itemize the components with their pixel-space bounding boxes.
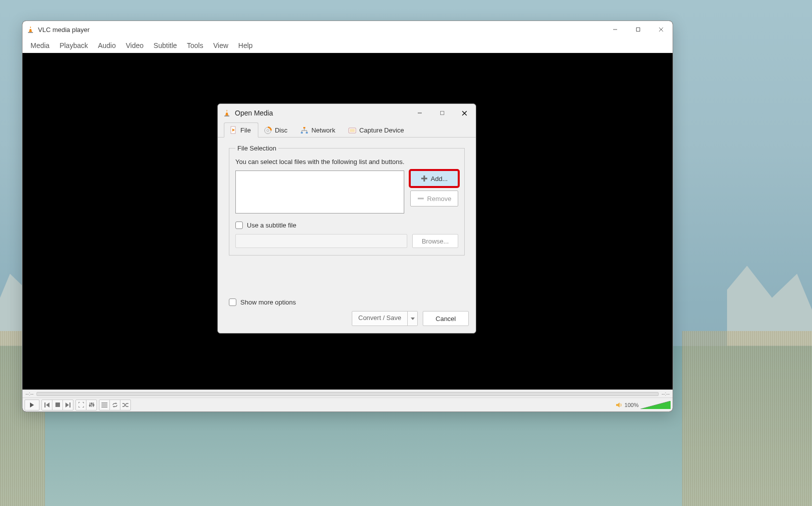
use-subtitle-label: Use a subtitle file xyxy=(247,222,296,229)
menu-media[interactable]: Media xyxy=(25,40,54,52)
speaker-icon xyxy=(616,402,623,408)
prev-button[interactable] xyxy=(41,400,52,410)
tab-disc[interactable]: Disc xyxy=(258,122,295,138)
svg-point-16 xyxy=(89,405,90,406)
menu-tools[interactable]: Tools xyxy=(182,40,208,52)
menu-playback[interactable]: Playback xyxy=(54,40,93,52)
dialog-tabs: File Disc Network Capture Device xyxy=(218,122,476,138)
playback-controls: 100% xyxy=(22,398,673,412)
svg-rect-1 xyxy=(29,28,31,29)
browse-button[interactable]: Browse... xyxy=(412,234,458,248)
dialog-close-button[interactable] xyxy=(453,104,476,122)
svg-rect-43 xyxy=(418,198,424,200)
menu-help[interactable]: Help xyxy=(233,40,258,52)
minus-icon xyxy=(417,195,424,202)
tab-capture-device[interactable]: Capture Device xyxy=(343,122,412,138)
subtitle-path-field xyxy=(235,234,407,248)
tab-file-label: File xyxy=(240,126,251,134)
svg-point-18 xyxy=(92,404,94,406)
dialog-titlebar[interactable]: Open Media xyxy=(218,104,476,122)
tab-capture-label: Capture Device xyxy=(359,126,404,134)
svg-marker-11 xyxy=(65,402,69,408)
menu-subtitle[interactable]: Subtitle xyxy=(148,40,182,52)
svg-marker-22 xyxy=(616,402,620,408)
remove-button-label: Remove xyxy=(427,195,451,202)
volume-value: 100% xyxy=(625,402,639,408)
vlc-cone-icon xyxy=(26,26,34,34)
use-subtitle-checkbox[interactable] xyxy=(235,222,243,229)
main-titlebar[interactable]: VLC media player xyxy=(22,21,673,38)
stop-button[interactable] xyxy=(52,400,63,410)
minimize-button[interactable] xyxy=(604,21,627,38)
seek-slider[interactable] xyxy=(36,392,659,396)
file-selection-help: You can select local files with the foll… xyxy=(235,158,458,166)
play-button[interactable] xyxy=(24,400,39,410)
volume-control[interactable]: 100% xyxy=(616,401,671,409)
capture-icon xyxy=(348,126,356,134)
seek-bar-row: --:-- --:-- xyxy=(22,390,673,398)
file-selection-legend: File Selection xyxy=(235,144,278,152)
ext-settings-button[interactable] xyxy=(86,400,97,410)
add-button-label: Add... xyxy=(431,175,448,182)
file-selection-group: File Selection You can select local file… xyxy=(229,144,465,256)
svg-rect-10 xyxy=(55,402,60,407)
playlist-button[interactable] xyxy=(99,400,110,410)
network-icon xyxy=(300,126,308,134)
svg-rect-2 xyxy=(28,32,33,33)
svg-rect-36 xyxy=(303,127,305,128)
show-more-label: Show more options xyxy=(240,298,296,306)
close-button[interactable] xyxy=(650,21,673,38)
menu-audio[interactable]: Audio xyxy=(93,40,121,52)
maximize-button[interactable] xyxy=(627,21,650,38)
tab-disc-label: Disc xyxy=(275,126,287,134)
svg-point-17 xyxy=(91,403,92,404)
tab-file[interactable]: File xyxy=(224,122,258,138)
main-title: VLC media player xyxy=(38,26,89,34)
dialog-title: Open Media xyxy=(235,109,273,117)
open-media-dialog: Open Media File Disc Network Capture Dev… xyxy=(217,104,476,334)
vlc-cone-icon xyxy=(223,109,231,117)
tab-network[interactable]: Network xyxy=(295,122,343,138)
shuffle-button[interactable] xyxy=(120,400,131,410)
tab-network-label: Network xyxy=(311,126,335,134)
fullscreen-button[interactable] xyxy=(75,400,86,410)
svg-rect-40 xyxy=(350,129,355,132)
svg-rect-26 xyxy=(226,112,228,112)
menu-view[interactable]: View xyxy=(208,40,233,52)
time-elapsed: --:-- xyxy=(25,391,33,396)
cancel-button[interactable]: Cancel xyxy=(423,311,469,326)
add-button[interactable]: Add... xyxy=(410,170,458,186)
loop-button[interactable] xyxy=(109,400,120,410)
svg-marker-44 xyxy=(411,318,415,320)
menubar: Media Playback Audio Video Subtitle Tool… xyxy=(22,38,673,53)
svg-marker-9 xyxy=(46,402,49,408)
next-button[interactable] xyxy=(62,400,73,410)
svg-point-35 xyxy=(267,130,269,132)
plus-icon xyxy=(421,175,428,182)
disc-icon xyxy=(264,126,272,134)
time-total: --:-- xyxy=(662,391,670,396)
chevron-down-icon xyxy=(411,316,415,320)
svg-rect-29 xyxy=(440,112,444,115)
convert-save-button[interactable]: Convert / Save xyxy=(352,311,418,326)
remove-button[interactable]: Remove xyxy=(410,190,458,206)
svg-rect-38 xyxy=(306,132,308,134)
svg-marker-7 xyxy=(30,402,34,408)
dialog-maximize-button[interactable] xyxy=(431,104,453,122)
dialog-minimize-button[interactable] xyxy=(408,104,431,122)
convert-save-label: Convert / Save xyxy=(352,312,407,326)
show-more-checkbox[interactable] xyxy=(229,298,236,306)
svg-rect-27 xyxy=(224,116,229,116)
menu-video[interactable]: Video xyxy=(121,40,149,52)
file-icon xyxy=(229,126,237,134)
svg-rect-42 xyxy=(421,178,427,180)
convert-save-dropdown[interactable] xyxy=(407,312,417,326)
file-list[interactable] xyxy=(235,170,404,214)
volume-triangle-icon[interactable] xyxy=(641,401,671,409)
svg-rect-37 xyxy=(301,132,303,134)
svg-rect-12 xyxy=(69,402,70,408)
svg-rect-4 xyxy=(637,28,640,32)
svg-rect-8 xyxy=(44,402,45,408)
